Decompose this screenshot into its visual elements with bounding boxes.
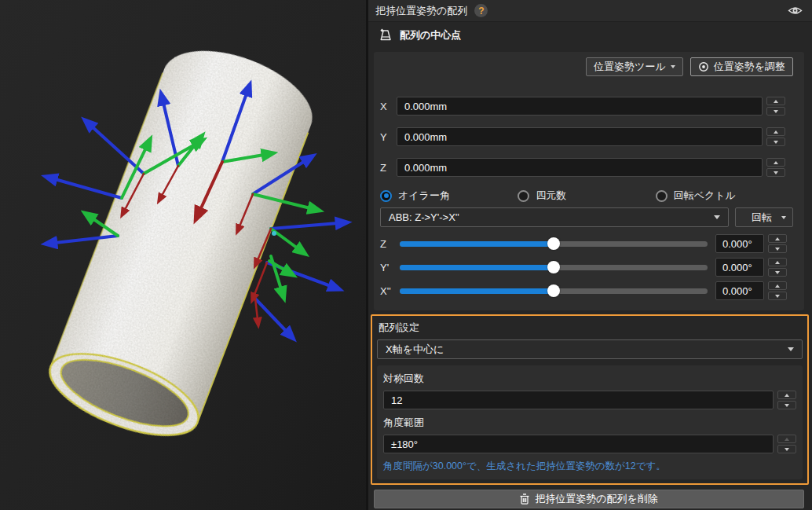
slider-x2-track[interactable]	[400, 288, 708, 294]
euler-convention-row: ABB: Z->Y'->X'' 回転	[380, 207, 793, 227]
z-spin-down-button[interactable]	[766, 168, 785, 177]
rotate-label: 回転	[742, 211, 781, 225]
radio-rotation-vector-label: 回転ベクトル	[674, 189, 736, 203]
radio-euler-label: オイラー角	[398, 189, 450, 203]
angle-range-field[interactable]: ±180°	[383, 435, 774, 453]
pose-toolbar: 位置姿勢ツール 位置姿勢を調整	[380, 57, 793, 76]
x-spin-up-button[interactable]	[766, 97, 785, 105]
position-row-x: X 0.000mm	[380, 97, 785, 116]
y-spin-down-button[interactable]	[766, 138, 785, 146]
x-axis-label: X	[380, 101, 391, 112]
slider-z-value-field[interactable]: 0.000°	[715, 234, 764, 253]
x-spin-down-button[interactable]	[766, 107, 785, 116]
symmetry-count-spinner	[777, 391, 796, 409]
slider-y1-spin-down-button[interactable]	[768, 268, 787, 277]
x-spinner	[766, 97, 785, 116]
3d-viewport[interactable]	[0, 0, 366, 510]
pose-tools-label: 位置姿勢ツール	[594, 60, 666, 74]
x-position-field[interactable]: 0.000mm	[397, 97, 763, 116]
slider-row-z: Z 0.000°	[380, 232, 787, 255]
chevron-down-icon	[714, 215, 720, 219]
angle-range-row: ±180°	[383, 435, 796, 453]
help-icon[interactable]: ?	[474, 4, 488, 17]
delete-row: 把持位置姿勢の配列を削除	[374, 490, 804, 508]
slider-row-y1: Y' 0.000°	[380, 255, 787, 279]
radio-selected-icon	[380, 190, 392, 202]
array-info-text: 角度間隔が30.000°で、生成された把持位置姿勢の数が12です。	[383, 460, 796, 473]
chevron-down-icon	[788, 347, 794, 351]
angle-range-spinner	[777, 435, 796, 453]
array-params-groupbox: 対称回数 12 角度範囲 ±180° 角度間隔が30.000	[377, 365, 803, 479]
y-position-field[interactable]: 0.000mm	[397, 127, 763, 146]
radio-euler-angles[interactable]: オイラー角	[380, 189, 518, 203]
euler-convention-select[interactable]: ABB: Z->Y'->X''	[380, 207, 729, 227]
array-axis-value: X軸を中心に	[386, 343, 444, 357]
pose-groupbox: 位置姿勢ツール 位置姿勢を調整 X 0.000mm	[374, 52, 804, 310]
adjust-pose-label: 位置姿勢を調整	[714, 60, 785, 74]
rotate-dropdown-button[interactable]: 回転	[735, 207, 793, 227]
radio-quaternion[interactable]: 四元数	[518, 189, 655, 203]
point-cloud-scene	[0, 0, 366, 510]
panel-title: 把持位置姿勢の配列	[375, 4, 467, 18]
adjust-pose-button[interactable]: 位置姿勢を調整	[690, 57, 793, 76]
position-row-y: Y 0.000mm	[380, 127, 785, 146]
symmetry-count-field[interactable]: 12	[383, 391, 774, 409]
slider-x2-spin-up-button[interactable]	[768, 281, 787, 290]
slider-x2-value-field[interactable]: 0.000°	[715, 281, 764, 300]
section-header: 配列の中心点	[368, 22, 812, 49]
radio-unselected-icon	[518, 190, 529, 202]
slider-z-handle[interactable]	[547, 237, 560, 250]
array-axis-select[interactable]: X軸を中心に	[377, 339, 803, 359]
z-position-field[interactable]: 0.000mm	[397, 158, 763, 177]
array-settings-box: 配列設定 X軸を中心に 対称回数 12 角度範囲 ±180°	[371, 314, 809, 485]
y-spin-up-button[interactable]	[766, 127, 785, 136]
pose-tools-dropdown-button[interactable]: 位置姿勢ツール	[586, 57, 683, 76]
application-window: 把持位置姿勢の配列 ? 配列の中心点	[0, 0, 812, 510]
slider-y1-handle[interactable]	[547, 261, 560, 273]
slider-z-spin-down-button[interactable]	[768, 244, 787, 253]
chevron-down-icon	[781, 216, 786, 219]
radio-quaternion-label: 四元数	[536, 189, 566, 203]
slider-x2-spin-down-button[interactable]	[768, 292, 787, 300]
trash-icon	[520, 493, 529, 504]
slider-z-track[interactable]	[400, 241, 708, 247]
angle-range-spin-up-button[interactable]	[777, 435, 796, 443]
array-settings-title: 配列設定	[379, 321, 803, 335]
symmetry-spin-up-button[interactable]	[777, 391, 796, 399]
slider-y1-spin-up-button[interactable]	[768, 258, 787, 266]
target-icon	[698, 61, 709, 72]
panel-titlebar: 把持位置姿勢の配列 ?	[368, 0, 812, 22]
symmetry-spin-down-button[interactable]	[777, 401, 796, 409]
radio-rotation-vector[interactable]: 回転ベクトル	[656, 189, 793, 203]
symmetry-count-row: 12	[383, 391, 796, 409]
chevron-down-icon	[671, 65, 675, 68]
slider-y1-value-field[interactable]: 0.000°	[715, 258, 764, 277]
slider-x2-label: X''	[380, 285, 400, 297]
array-center-icon	[379, 28, 393, 42]
angle-range-label: 角度範囲	[383, 416, 796, 430]
slider-z-label: Z	[380, 238, 400, 250]
slider-x2-spinner	[768, 281, 787, 300]
section-title: 配列の中心点	[400, 28, 461, 42]
radio-unselected-icon	[656, 190, 668, 202]
y-spinner	[766, 127, 785, 146]
slider-z-spinner	[768, 234, 787, 253]
selection-point-marker	[272, 231, 276, 236]
z-spin-up-button[interactable]	[766, 158, 785, 167]
slider-y1-spinner	[768, 258, 787, 277]
grasp-pose-array-panel: 把持位置姿勢の配列 ? 配列の中心点	[368, 0, 812, 510]
position-row-z: Z 0.000mm	[380, 158, 785, 177]
slider-row-x2: X'' 0.000°	[380, 279, 787, 303]
symmetry-count-label: 対称回数	[383, 372, 796, 386]
delete-array-button[interactable]: 把持位置姿勢の配列を削除	[374, 490, 804, 508]
slider-y1-label: Y'	[380, 262, 400, 273]
visibility-eye-icon[interactable]	[788, 6, 803, 16]
z-axis-label: Z	[380, 162, 391, 174]
slider-y1-track[interactable]	[400, 265, 708, 270]
y-axis-label: Y	[380, 131, 391, 143]
rotation-mode-radios: オイラー角 四元数 回転ベクトル	[380, 189, 793, 203]
slider-x2-handle[interactable]	[547, 284, 560, 297]
angle-range-spin-down-button[interactable]	[777, 445, 796, 453]
z-spinner	[766, 158, 785, 177]
slider-z-spin-up-button[interactable]	[768, 234, 787, 243]
